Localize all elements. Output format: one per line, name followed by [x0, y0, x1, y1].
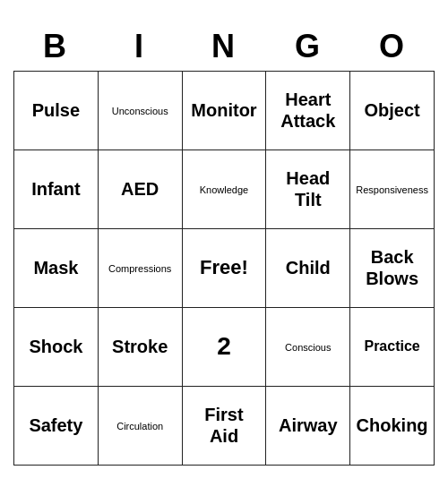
bingo-cell: 2	[182, 307, 266, 386]
bingo-cell: Head Tilt	[266, 150, 350, 228]
bingo-header: BINGO	[13, 22, 435, 71]
bingo-cell: Object	[350, 71, 435, 150]
table-row: MaskCompressionsFree!ChildBack Blows	[14, 228, 435, 307]
bingo-cell: Circulation	[98, 386, 182, 465]
bingo-cell: Practice	[350, 307, 435, 386]
table-row: InfantAEDKnowledgeHead TiltResponsivenes…	[14, 150, 435, 228]
header-letter: N	[182, 22, 266, 71]
bingo-cell: Back Blows	[350, 228, 435, 307]
bingo-cell: Airway	[266, 386, 350, 465]
bingo-cell: Knowledge	[182, 150, 266, 228]
table-row: PulseUnconsciousMonitorHeart AttackObjec…	[14, 71, 435, 150]
bingo-cell: Mask	[14, 228, 99, 307]
bingo-cell: Free!	[182, 228, 266, 307]
bingo-cell: Child	[266, 228, 350, 307]
bingo-cell: First Aid	[182, 386, 266, 465]
bingo-cell: Pulse	[14, 71, 99, 150]
bingo-cell: Stroke	[98, 307, 182, 386]
bingo-cell: Conscious	[266, 307, 350, 386]
bingo-cell: Shock	[14, 307, 99, 386]
bingo-cell: Responsiveness	[350, 150, 435, 228]
header-letter: I	[98, 22, 182, 71]
bingo-cell: Heart Attack	[266, 71, 350, 150]
bingo-cell: Safety	[14, 386, 99, 465]
header-letter: O	[350, 22, 435, 71]
bingo-grid: PulseUnconsciousMonitorHeart AttackObjec…	[13, 71, 435, 466]
bingo-cell: Choking	[350, 386, 435, 465]
bingo-cell: Monitor	[182, 71, 266, 150]
bingo-cell: Unconscious	[98, 71, 182, 150]
bingo-cell: Compressions	[98, 228, 182, 307]
bingo-cell: Infant	[14, 150, 99, 228]
header-letter: G	[266, 22, 350, 71]
bingo-cell: AED	[98, 150, 182, 228]
table-row: SafetyCirculationFirst AidAirwayChoking	[14, 386, 435, 465]
header-letter: B	[13, 22, 98, 71]
table-row: ShockStroke2ConsciousPractice	[14, 307, 435, 386]
